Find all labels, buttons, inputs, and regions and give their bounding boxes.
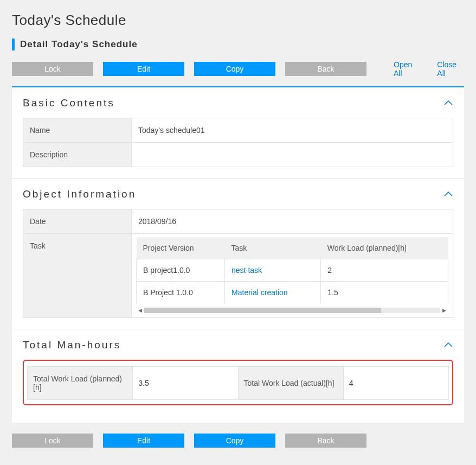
accent-bar: [12, 39, 15, 50]
edit-button[interactable]: Edit: [103, 434, 184, 448]
date-label: Date: [23, 209, 132, 234]
open-all-link[interactable]: Open All: [394, 60, 420, 78]
scroll-right-icon[interactable]: ▶: [440, 308, 448, 313]
top-toolbar: Lock Edit Copy Back Open All Close All: [12, 60, 464, 78]
page-title: Today's Schedule: [12, 12, 464, 29]
lock-button[interactable]: Lock: [12, 434, 93, 448]
table-row: B Project 1.0.0 Material creation 1.5: [137, 282, 448, 304]
totals-highlight-box: Total Work Load (planned)[h] 3.5 Total W…: [23, 360, 453, 405]
cell-project-version: B project1.0.0: [137, 259, 225, 282]
description-value: [132, 143, 453, 167]
lock-button[interactable]: Lock: [12, 62, 93, 76]
section-object-information: Object Information Date 2018/09/16 Task: [12, 179, 464, 329]
back-button[interactable]: Back: [285, 434, 366, 448]
col-workload: Work Load (planned)[h]: [321, 237, 448, 259]
close-all-link[interactable]: Close All: [437, 60, 464, 78]
section-title-object: Object Information: [23, 188, 136, 200]
edit-button[interactable]: Edit: [103, 62, 184, 76]
actual-value: 4: [343, 367, 448, 400]
cell-project-version: B Project 1.0.0: [137, 282, 225, 304]
actual-label: Total Work Load (actual)[h]: [238, 367, 343, 400]
col-project-version: Project Version: [137, 237, 225, 259]
object-info-table: Date 2018/09/16 Task Project Version Tas…: [23, 209, 453, 318]
description-label: Description: [23, 143, 132, 167]
date-value: 2018/09/16: [132, 209, 453, 234]
planned-label: Total Work Load (planned)[h]: [28, 367, 133, 400]
bottom-toolbar: Lock Edit Copy Back: [12, 434, 464, 448]
basic-contents-table: Name Today's schedule01 Description: [23, 118, 453, 167]
scroll-thumb[interactable]: [144, 308, 381, 313]
collapse-icon[interactable]: [443, 340, 453, 351]
totals-table: Total Work Load (planned)[h] 3.5 Total W…: [27, 366, 449, 400]
collapse-icon[interactable]: [443, 98, 453, 109]
planned-value: 3.5: [133, 367, 238, 400]
page-subtitle: Detail Today's Schedule: [20, 39, 138, 50]
content-panel: Basic Contents Name Today's schedule01 D…: [12, 86, 464, 423]
cell-workload: 2: [321, 259, 448, 282]
subtitle-row: Detail Today's Schedule: [12, 39, 464, 50]
cell-workload: 1.5: [321, 282, 448, 304]
copy-button[interactable]: Copy: [194, 62, 275, 76]
name-value: Today's schedule01: [132, 118, 453, 143]
horizontal-scrollbar[interactable]: ◀ ▶: [136, 307, 448, 314]
scroll-left-icon[interactable]: ◀: [136, 308, 144, 313]
task-link[interactable]: Material creation: [231, 288, 288, 297]
task-table: Project Version Task Work Load (planned)…: [136, 237, 448, 303]
name-label: Name: [23, 118, 132, 143]
copy-button[interactable]: Copy: [194, 434, 275, 448]
scroll-track[interactable]: [144, 308, 440, 313]
back-button[interactable]: Back: [285, 62, 366, 76]
section-title-basic: Basic Contents: [23, 97, 115, 109]
section-total-man-hours: Total Man-hours Total Work Load (planned…: [12, 329, 464, 413]
col-task: Task: [225, 237, 321, 259]
table-row: B project1.0.0 nest task 2: [137, 259, 448, 282]
section-title-totals: Total Man-hours: [23, 339, 121, 351]
collapse-icon[interactable]: [443, 189, 453, 200]
task-link[interactable]: nest task: [231, 266, 262, 275]
section-basic-contents: Basic Contents Name Today's schedule01 D…: [12, 87, 464, 179]
task-label: Task: [23, 234, 132, 318]
